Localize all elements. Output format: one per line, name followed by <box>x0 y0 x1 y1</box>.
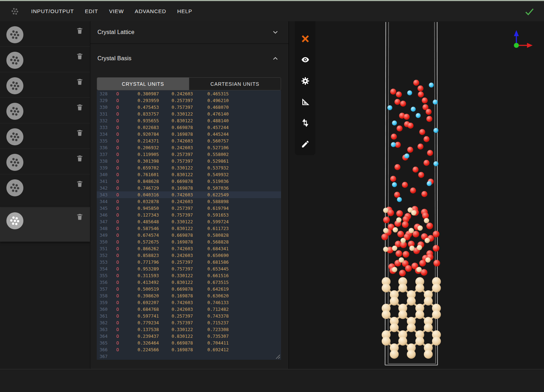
tab-cartesian-units[interactable]: CARTESIAN UNITS <box>189 78 281 90</box>
toolbar-close-button[interactable] <box>298 29 312 50</box>
status-check-button[interactable] <box>524 6 535 17</box>
basis-row-352: 352O 0.8588230.2426030.650690 <box>97 252 281 259</box>
chevron-down-icon[interactable] <box>271 28 279 36</box>
menu-item-edit[interactable]: EDIT <box>84 6 99 16</box>
mid-oxygen-atom <box>426 223 433 229</box>
tab-crystal-units[interactable]: CRYSTAL UNITS <box>97 78 189 90</box>
basis-row-355: 355O 0.3115930.3301220.661516 <box>97 272 281 279</box>
menu-item-help[interactable]: HELP <box>176 6 193 16</box>
menu-item-advanced[interactable]: ADVANCED <box>134 6 167 16</box>
chevron-up-icon[interactable] <box>271 55 279 62</box>
upper-hafnium-atom <box>387 105 392 110</box>
basis-row-332: 332O 0.9356550.8301220.488140 <box>97 117 281 124</box>
upper-oxygen-atom <box>410 187 416 194</box>
sidebar-item-hfo2-hafnium[interactable] <box>0 47 90 72</box>
basis-row-349: 349O 0.6745740.6698780.580828 <box>97 232 281 239</box>
mid-silicon-atom <box>399 257 404 263</box>
basis-row-333: 333O 0.0226830.6698780.457244 <box>97 124 281 131</box>
delete-material-button[interactable] <box>76 27 84 35</box>
axes-gizmo[interactable] <box>508 28 536 51</box>
viewer-toolbar <box>295 21 315 155</box>
mid-oxygen-atom <box>433 231 439 237</box>
toolbar-edit-button[interactable] <box>298 134 312 155</box>
mid-silicon-atom <box>409 228 414 233</box>
basis-row-358: 358O 0.3986200.1698780.630620 <box>97 292 281 299</box>
crystal-basis-editor[interactable]: 328O 0.3809870.2426030.465315329O 0.2939… <box>97 90 281 360</box>
material-avatar-icon <box>6 103 23 120</box>
upper-oxygen-atom <box>404 114 410 120</box>
upper-hafnium-atom <box>433 128 438 133</box>
trash-icon <box>76 78 84 86</box>
sidebar-item-silicon-fcc[interactable] <box>0 21 90 47</box>
bottom-silicon-atom <box>382 310 391 319</box>
toolbar-measure-button[interactable] <box>298 92 312 113</box>
delete-material-button[interactable] <box>76 213 84 222</box>
delete-material-button[interactable] <box>76 52 84 61</box>
upper-hafnium-atom <box>392 182 397 187</box>
trash-icon <box>76 155 84 162</box>
footer-bar <box>0 369 544 392</box>
toolbar-visibility-button[interactable] <box>298 50 312 71</box>
crystal-lattice-section-header[interactable]: Crystal Lattice <box>90 21 288 44</box>
resize-handle[interactable] <box>276 354 280 359</box>
sidebar-item-sio2-quartz-h[interactable] <box>0 149 90 174</box>
bottom-silicon-atom <box>382 284 391 292</box>
upper-hafnium-atom <box>392 121 397 125</box>
material-editor-panel: Crystal Lattice Crystal Basis CRYSTAL UN… <box>90 21 289 369</box>
3d-structure-viewer[interactable] <box>289 21 544 369</box>
toolbar-swap-vertical-button[interactable] <box>298 113 312 134</box>
delete-material-button[interactable] <box>76 78 84 86</box>
sidebar-item-n4ti4-001-teri[interactable] <box>0 123 90 149</box>
basis-row-343: 343O 0.0403160.7426030.622549 <box>97 191 281 198</box>
units-tab-group: CRYSTAL UNITSCARTESIAN UNITS <box>97 77 281 90</box>
trash-icon <box>76 27 84 35</box>
mid-oxygen-atom <box>433 260 440 267</box>
bottom-silicon-atom <box>424 323 433 332</box>
swap-vertical-icon <box>301 118 310 129</box>
sidebar-item-tin-titanium-n[interactable] <box>0 72 90 98</box>
avatar <box>6 77 23 94</box>
upper-oxygen-atom <box>394 192 400 198</box>
bottom-silicon-atom <box>390 297 399 306</box>
toolbar-settings-button[interactable] <box>298 71 312 92</box>
upper-oxygen-atom <box>424 160 430 166</box>
crystal-basis-section-header[interactable]: Crystal Basis <box>90 44 288 73</box>
bottom-silicon-atom <box>390 350 399 359</box>
settings-icon <box>301 77 310 87</box>
upper-oxygen-atom <box>390 176 396 182</box>
material-avatar-icon <box>6 128 23 145</box>
basis-row-356: 356O 0.4134920.8301220.673515 <box>97 279 281 286</box>
trash-icon <box>76 103 84 111</box>
mid-oxygen-atom <box>396 250 402 257</box>
mid-oxygen-atom <box>405 265 412 272</box>
basis-row-335: 335O 0.2143710.7426030.560757 <box>97 138 281 144</box>
menu-item-view[interactable]: VIEW <box>108 6 125 16</box>
bottom-silicon-atom <box>407 323 416 332</box>
sidebar-item-o6si3-100-si8[interactable] <box>0 174 90 207</box>
bottom-silicon-atom <box>407 297 416 306</box>
upper-oxygen-atom <box>407 147 413 153</box>
delete-material-button[interactable] <box>76 103 84 112</box>
basis-row-365: 365O 0.3264640.6698780.704411 <box>97 340 281 346</box>
basis-row-347: 347O 0.4856480.3301220.599724 <box>97 218 281 225</box>
upper-hafnium-atom <box>427 181 432 186</box>
avatar <box>6 103 23 120</box>
upper-hafnium-atom <box>407 90 412 95</box>
bottom-silicon-atom <box>398 337 407 346</box>
upper-hafnium-atom <box>433 161 438 166</box>
sidebar-item-n4ti4-111-hf2[interactable] <box>0 207 90 242</box>
basis-row-350: 350O 0.5726750.1698780.568828 <box>97 239 281 245</box>
avatar <box>6 26 23 43</box>
material-info <box>30 154 72 156</box>
upper-oxygen-atom <box>390 89 396 95</box>
delete-material-button[interactable] <box>76 180 84 189</box>
delete-material-button[interactable] <box>76 129 84 138</box>
delete-material-button[interactable] <box>76 155 84 163</box>
material-avatar-icon <box>6 26 23 43</box>
material-info <box>30 52 72 54</box>
menu-item-input-output[interactable]: INPUT/OUTPUT <box>30 6 74 16</box>
sidebar-item-hf4o8-001-ter[interactable] <box>0 98 90 123</box>
mid-silicon-atom <box>400 238 406 243</box>
basis-row-361: 361O 0.5977410.2573970.743378 <box>97 313 281 319</box>
basis-row-331: 331O 0.8337570.3301220.476140 <box>97 111 281 117</box>
